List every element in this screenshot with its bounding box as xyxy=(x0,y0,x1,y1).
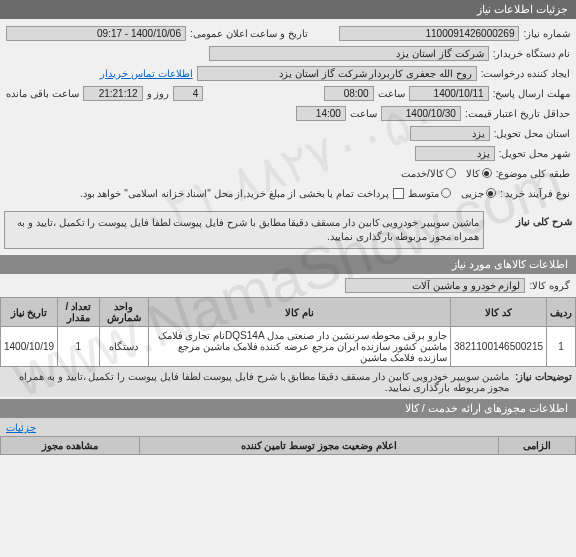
radio-service[interactable] xyxy=(446,168,456,178)
province-label: استان محل تحویل: xyxy=(494,128,570,139)
radio-goods-label: کالا xyxy=(466,168,480,179)
time-label-2: ساعت xyxy=(350,108,377,119)
city-value: یزد xyxy=(415,146,495,161)
lic-th-1: الزامی xyxy=(498,437,575,455)
validity-time: 14:00 xyxy=(296,106,346,121)
th-row: ردیف xyxy=(547,298,576,327)
group-label: گروه کالا: xyxy=(529,280,570,291)
radio-goods[interactable] xyxy=(482,168,492,178)
city-label: شهر محل تحویل: xyxy=(499,148,570,159)
page-title: جزئیات اطلاعات نیاز xyxy=(477,3,568,15)
radio-medium[interactable] xyxy=(441,188,451,198)
buyer-contact-link[interactable]: اطلاعات تماس خریدار xyxy=(100,68,193,79)
payment-checkbox[interactable] xyxy=(393,188,404,199)
cell-unit: دستگاه xyxy=(99,327,149,367)
page-header: جزئیات اطلاعات نیاز xyxy=(0,0,576,19)
time-label-1: ساعت xyxy=(378,88,405,99)
license-section-title: اطلاعات مجوزهای ارائه خدمت / کالا xyxy=(0,399,576,418)
general-desc-text: ماشین سوییپر خودرویی کابین دار مسقف دقیق… xyxy=(17,217,479,242)
radio-medium-label: متوسط xyxy=(408,188,439,199)
announce-label: تاریخ و ساعت اعلان عمومی: xyxy=(190,28,308,39)
notes-label: توضیحات نیاز: xyxy=(515,371,572,393)
cell-row: 1 xyxy=(547,327,576,367)
group-value: لوازم خودرو و ماشین آلات xyxy=(345,278,525,293)
cell-code: 3821100146500215 xyxy=(451,327,547,367)
validity-label: حداقل تاریخ اعتبار قیمت: xyxy=(465,108,570,119)
th-date: تاریخ نیاز xyxy=(1,298,58,327)
province-value: یزد xyxy=(410,126,490,141)
deadline-time: 08:00 xyxy=(324,86,374,101)
general-desc-title: شرح کلی نیاز xyxy=(516,216,572,227)
requester-value: روح الله جعفری کاربردار شرکت گاز استان ی… xyxy=(197,66,477,81)
remain-time: 21:21:12 xyxy=(83,86,143,101)
th-name: نام کالا xyxy=(149,298,451,327)
items-table: ردیف کد کالا نام کالا واحد شمارش تعداد /… xyxy=(0,297,576,367)
buyer-value: شرکت گاز استان یزد xyxy=(209,46,489,61)
details-link[interactable]: جزئیات xyxy=(6,422,36,433)
th-qty: تعداد / مقدار xyxy=(58,298,100,327)
items-section-title: اطلاعات کالاهای مورد نیاز xyxy=(0,255,576,274)
announce-value: 1400/10/06 - 09:17 xyxy=(6,26,186,41)
process-radio-group: جزیی متوسط xyxy=(408,188,496,199)
remain-days: 4 xyxy=(173,86,203,101)
process-label: نوع فرآیند خرید : xyxy=(500,188,570,199)
radio-partial[interactable] xyxy=(486,188,496,198)
notes-row: توضیحات نیاز: ماشین سوییپر خودرویی کابین… xyxy=(0,367,576,397)
deadline-date: 1400/10/11 xyxy=(409,86,489,101)
cell-name: جارو برقی محوطه سرنشین دار صنعتی مدل DQS… xyxy=(149,327,451,367)
lic-th-2: اعلام وضعیت مجوز توسط تامین کننده xyxy=(139,437,498,455)
cell-date: 1400/10/19 xyxy=(1,327,58,367)
th-code: کد کالا xyxy=(451,298,547,327)
remain-suffix: ساعت باقی مانده xyxy=(6,88,79,99)
remain-days-label: روز و xyxy=(147,88,170,99)
cell-qty: 1 xyxy=(58,327,100,367)
notes-text: ماشین سوییپر خودرویی کابین دار مسقف دقیق… xyxy=(4,371,509,393)
buyer-label: نام دستگاه خریدار: xyxy=(493,48,570,59)
general-desc-box: ماشین سوییپر خودرویی کابین دار مسقف دقیق… xyxy=(4,211,484,249)
need-number-label: شماره نیاز: xyxy=(523,28,570,39)
category-radio-group: کالا کالا/خدمت xyxy=(401,168,492,179)
th-unit: واحد شمارش xyxy=(99,298,149,327)
need-number-value: 1100091426000269 xyxy=(339,26,519,41)
requester-label: ایجاد کننده درخواست: xyxy=(481,68,570,79)
license-table: الزامی اعلام وضعیت مجوز توسط تامین کننده… xyxy=(0,436,576,455)
validity-date: 1400/10/30 xyxy=(381,106,461,121)
deadline-label: مهلت ارسال پاسخ: xyxy=(493,88,570,99)
table-row: 1 3821100146500215 جارو برقی محوطه سرنشی… xyxy=(1,327,576,367)
category-label: طبقه کلی موضوع: xyxy=(496,168,570,179)
lic-th-3: مشاهده مجوز xyxy=(1,437,140,455)
radio-partial-label: جزیی xyxy=(461,188,484,199)
form-section: شماره نیاز: 1100091426000269 تاریخ و ساع… xyxy=(0,19,576,207)
radio-service-label: کالا/خدمت xyxy=(401,168,444,179)
payment-note: پرداخت تمام یا بخشی از مبلغ خرید,از محل … xyxy=(80,188,389,199)
